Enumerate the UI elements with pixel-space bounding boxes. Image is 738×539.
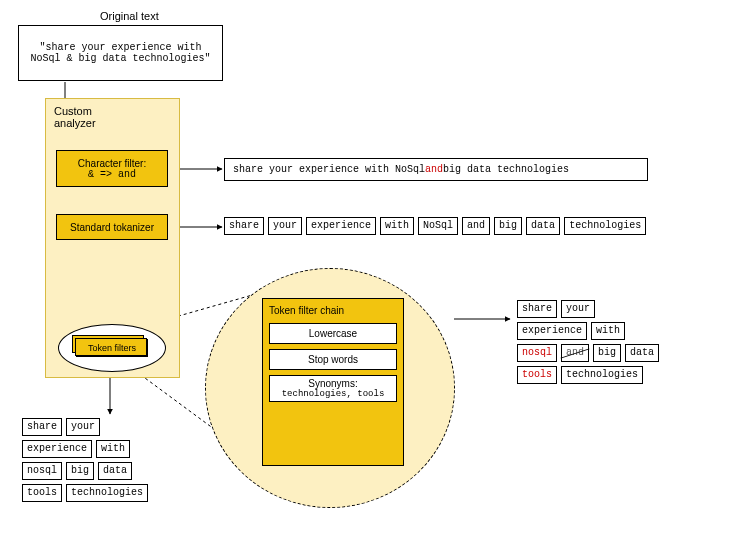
token: and [462, 217, 490, 235]
original-text-label: Original text [100, 10, 159, 22]
after-cf-and: and [425, 164, 443, 175]
token-filters-chip: Token filters [76, 339, 148, 357]
token: nosql [517, 344, 557, 362]
token: tools [517, 366, 557, 384]
token: and [561, 344, 589, 362]
token-filters-label: Token filters [88, 343, 136, 353]
token: experience [306, 217, 376, 235]
token: data [526, 217, 560, 235]
token: big [66, 462, 94, 480]
token: share [22, 418, 62, 436]
char-filter-line1: Character filter: [78, 158, 146, 169]
token: your [268, 217, 302, 235]
token-filters-ellipse: Token filters [58, 324, 166, 372]
standard-tokenizer-label: Standard tokanizer [70, 222, 154, 233]
token: NoSql [418, 217, 458, 235]
after-tokenizer-tokens: shareyourexperiencewithNoSqlandbigdatate… [222, 215, 702, 237]
token: technologies [564, 217, 646, 235]
token: share [224, 217, 264, 235]
custom-analyzer-label: Custom analyzer [54, 105, 134, 129]
token: technologies [66, 484, 148, 502]
tokens-final-group: shareyourexperiencewithnosqlbigdatatools… [20, 416, 200, 504]
tokens-mid-group: shareyourexperiencewithnosqlandbigdatato… [515, 298, 695, 386]
after-cf-suffix: big data technologies [443, 164, 569, 175]
token: your [66, 418, 100, 436]
after-cf-prefix: share your experience with NoSql [233, 164, 425, 175]
token: with [591, 322, 625, 340]
filter-stopwords: Stop words [269, 349, 397, 370]
token: data [625, 344, 659, 362]
token: experience [22, 440, 92, 458]
filter-synonyms-l2: technologies, tools [274, 389, 392, 399]
character-filter-box: Character filter: & => and [56, 150, 168, 187]
token: with [380, 217, 414, 235]
original-text-box: "share your experience with NoSql & big … [18, 25, 223, 81]
token: technologies [561, 366, 643, 384]
token: data [98, 462, 132, 480]
after-charfilter-box: share your experience with NoSql and big… [224, 158, 648, 181]
filter-chain-title: Token filter chain [263, 299, 403, 318]
standard-tokenizer-box: Standard tokanizer [56, 214, 168, 240]
token: tools [22, 484, 62, 502]
token: with [96, 440, 130, 458]
original-text-value: "share your experience with NoSql & big … [23, 42, 218, 64]
token: nosql [22, 462, 62, 480]
filter-synonyms: Synonyms: technologies, tools [269, 375, 397, 402]
token: your [561, 300, 595, 318]
token: big [494, 217, 522, 235]
filter-synonyms-l1: Synonyms: [274, 378, 392, 389]
token: share [517, 300, 557, 318]
token: experience [517, 322, 587, 340]
token: big [593, 344, 621, 362]
char-filter-line2: & => and [88, 169, 136, 180]
filter-lowercase: Lowercase [269, 323, 397, 344]
token-filter-chain-panel: Token filter chain Lowercase Stop words … [262, 298, 404, 466]
